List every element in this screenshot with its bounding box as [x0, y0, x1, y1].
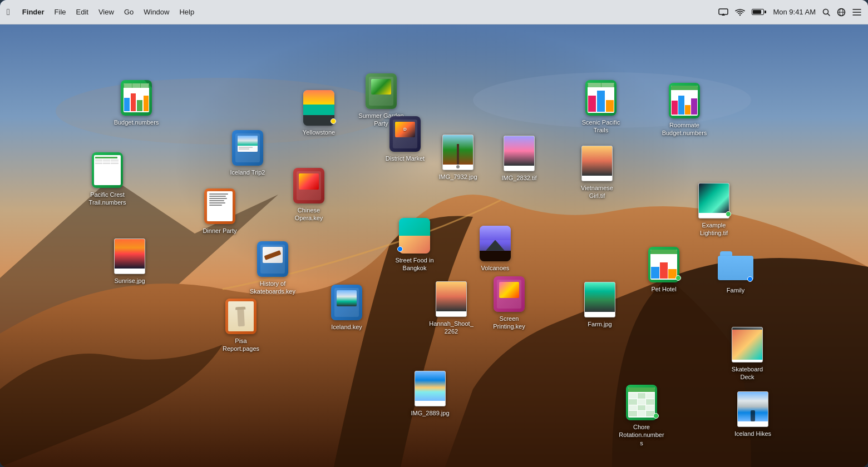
icon-label: Sunrise.jpg: [112, 276, 147, 285]
icon-label: Volcanoes: [479, 264, 512, 272]
icon-label: Scenic Pacific Trails: [576, 118, 626, 135]
mac-window:  Finder File Edit View Go Window Help: [0, 0, 868, 467]
icon-label: Vietnamese Girl.tif: [572, 183, 622, 201]
menu-extras-icon[interactable]: [852, 8, 861, 16]
icon-label: IMG_2832.tif: [500, 173, 539, 182]
icon-label: Pet Hotel: [649, 285, 678, 294]
icon-label: Chinese Opera.key: [284, 206, 334, 223]
icon-dinner-party[interactable]: Dinner Party: [195, 188, 245, 235]
icon-img2889[interactable]: IMG_2889.jpg: [405, 371, 455, 418]
icon-roommate-budget[interactable]: Roommate Budget.numbers: [659, 83, 709, 138]
icon-label: Skateboard Deck: [722, 365, 772, 382]
icon-hannah-shoot[interactable]: Hannah_Shoot_2262: [426, 281, 476, 336]
siri-icon[interactable]: [837, 8, 846, 17]
icon-chore-rotation[interactable]: Chore Rotation.numbers: [617, 385, 667, 448]
view-menu[interactable]: View: [98, 8, 114, 16]
icon-pacific-crest[interactable]: Pacific Crest Trail.numbers: [82, 152, 132, 207]
icon-yellowstone[interactable]: Yellowstone: [294, 90, 344, 137]
icon-iceland-key[interactable]: Iceland.key: [322, 285, 372, 331]
go-menu[interactable]: Go: [124, 8, 134, 16]
icon-label: Iceland.key: [329, 322, 364, 331]
icon-skateboard-deck[interactable]: Skateboard Deck: [722, 327, 772, 382]
icon-volcanoes[interactable]: Volcanoes: [470, 226, 520, 272]
apple-menu[interactable]: : [7, 7, 10, 17]
file-menu[interactable]: File: [55, 8, 66, 16]
icon-label: Iceland Hikes: [732, 429, 773, 438]
icon-iceland-hikes[interactable]: Iceland Hikes: [728, 391, 778, 438]
icon-label: Family: [724, 286, 747, 295]
icon-scenic-pacific[interactable]: Scenic Pacific Trails: [576, 80, 626, 135]
icon-label: Roommate Budget.numbers: [659, 121, 709, 138]
icon-screen-printing[interactable]: Screen Printing.key: [484, 276, 534, 331]
icon-budget-numbers[interactable]: Budget.numbers: [111, 80, 161, 127]
icon-label: IMG_2889.jpg: [408, 409, 451, 418]
icon-iceland-trip2[interactable]: Iceland Trip2: [223, 130, 273, 177]
icon-label: Screen Printing.key: [484, 314, 534, 331]
icon-vietnamese-girl[interactable]: Vietnamese Girl.tif: [572, 146, 622, 201]
airplay-icon[interactable]: [718, 8, 728, 16]
battery-icon[interactable]: [752, 9, 766, 15]
icon-img2832[interactable]: IMG_2832.tif: [494, 136, 544, 182]
icon-chinese-opera[interactable]: Chinese Opera.key: [284, 168, 334, 223]
menubar:  Finder File Edit View Go Window Help: [0, 0, 868, 24]
clock: Mon 9:41 AM: [773, 8, 816, 16]
desktop: Budget.numbers: [0, 24, 868, 467]
wifi-icon[interactable]: [735, 8, 745, 16]
icon-label: Pisa Report.pages: [216, 336, 266, 354]
icon-label: Chore Rotation.numbers: [617, 423, 667, 448]
icon-sunrise[interactable]: Sunrise.jpg: [105, 239, 155, 285]
help-menu[interactable]: Help: [179, 8, 194, 16]
icon-label: Farm.jpg: [585, 320, 614, 329]
icon-district-market[interactable]: D District Market: [380, 116, 430, 163]
spotlight-icon[interactable]: [822, 8, 830, 16]
icon-label: Street Food in Bangkok: [389, 256, 440, 273]
icon-pisa-report[interactable]: Pisa Report.pages: [216, 299, 266, 354]
icon-street-food[interactable]: Street Food in Bangkok: [389, 218, 440, 273]
icon-label: Dinner Party: [200, 226, 239, 235]
icon-label: Iceland Trip2: [228, 168, 268, 177]
icon-family[interactable]: Family: [711, 248, 761, 295]
icon-label: Yellowstone: [300, 128, 337, 137]
svg-line-6: [828, 13, 830, 16]
icon-example-lighting[interactable]: Example Lighting.tif: [689, 183, 739, 238]
icon-label: Hannah_Shoot_2262: [426, 319, 476, 336]
icon-label: District Market: [383, 154, 427, 163]
icon-pet-hotel[interactable]: Pet Hotel: [639, 247, 689, 294]
icon-label: IMG_7932.jpg: [436, 172, 479, 181]
edit-menu[interactable]: Edit: [76, 8, 88, 16]
icon-label: Example Lighting.tif: [689, 221, 739, 238]
icon-history-skateboards[interactable]: History of Skateboards.key: [248, 241, 298, 296]
finder-menu[interactable]: Finder: [22, 8, 45, 16]
window-menu[interactable]: Window: [144, 8, 169, 16]
icon-farm[interactable]: Farm.jpg: [575, 282, 625, 329]
icon-img7932[interactable]: IMG_7932.jpg: [433, 135, 483, 181]
icon-label: History of Skateboards.key: [248, 279, 298, 296]
icon-label: Pacific Crest Trail.numbers: [82, 190, 132, 207]
icon-label: Budget.numbers: [112, 118, 161, 127]
